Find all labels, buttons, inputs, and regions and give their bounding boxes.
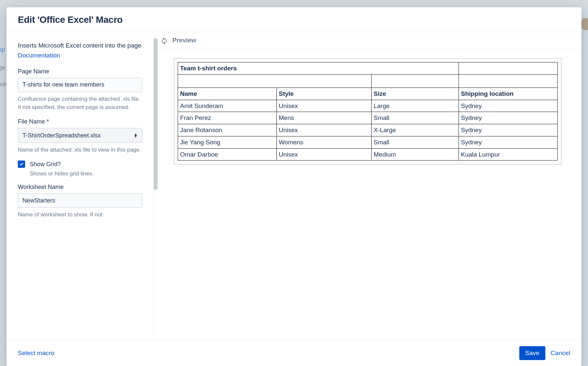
modal-footer: Select macro Save Cancel <box>7 340 581 366</box>
excel-cell: Small <box>371 136 459 148</box>
excel-blank-cell <box>371 74 459 88</box>
scrollbar-thumb[interactable] <box>154 38 158 190</box>
excel-header-cell: Style <box>276 88 371 100</box>
excel-cell: Sydney <box>459 100 558 112</box>
description-text: Inserts Microsoft Excel content into the… <box>18 42 141 49</box>
cancel-button[interactable]: Cancel <box>551 349 570 357</box>
settings-pane: Inserts Microsoft Excel content into the… <box>7 32 154 340</box>
show-grid-field: Show Grid? Shows or hides grid lines. <box>18 161 142 177</box>
save-button[interactable]: Save <box>519 346 545 360</box>
table-row: Omar DarboeUnisexMediumKuala Lumpur <box>178 148 558 161</box>
excel-cell: Kuala Lumpur <box>459 148 558 161</box>
page-name-field: Page Name Confluence page containing the… <box>18 68 142 112</box>
preview-body: Team t-shirt ordersNameStyleSizeShipping… <box>154 49 581 340</box>
page-name-help: Confluence page containing the attached … <box>18 95 142 112</box>
select-macro-link[interactable]: Select macro <box>18 349 55 357</box>
excel-header-cell: Shipping location <box>459 88 558 100</box>
excel-blank-cell <box>459 74 558 88</box>
excel-header-cell: Size <box>371 88 459 100</box>
excel-cell: Fran Perez <box>178 112 277 124</box>
refresh-icon[interactable] <box>161 37 168 44</box>
macro-edit-modal: Edit 'Office Excel' Macro Inserts Micros… <box>7 7 581 366</box>
excel-cell: Omar Darboe <box>178 148 277 161</box>
excel-cell: Jane Rotanson <box>178 124 277 136</box>
file-name-select[interactable]: T-ShirtOrderSpreadsheet.xlsx <box>18 128 142 143</box>
preview-label: Preview <box>172 37 196 44</box>
excel-cell: Unisex <box>276 124 371 136</box>
excel-cell: Jie Yang Song <box>178 136 277 148</box>
file-name-label: File Name * <box>18 118 142 125</box>
macro-description: Inserts Microsoft Excel content into the… <box>18 41 142 61</box>
documentation-link[interactable]: Documentation <box>18 52 60 59</box>
excel-cell: Sydney <box>459 112 558 124</box>
excel-cell: Unisex <box>276 100 371 112</box>
excel-cell: Large <box>371 100 459 112</box>
excel-cell: Mens <box>276 112 371 124</box>
page-name-label: Page Name <box>18 68 142 75</box>
table-row: Jane RotansonUnisexX-LargeSydney <box>178 124 558 136</box>
worksheet-input[interactable] <box>18 193 142 208</box>
table-row: Amit SunderamUnisexLargeSydney <box>178 100 558 112</box>
show-grid-checkbox[interactable] <box>18 161 25 168</box>
show-grid-label: Show Grid? <box>30 161 61 168</box>
bg-fragment: ge <box>0 64 5 71</box>
file-name-field: File Name * T-ShirtOrderSpreadsheet.xlsx… <box>18 118 142 154</box>
worksheet-help: Name of worksheet to show. If not <box>18 210 142 219</box>
excel-cell: Amit Sunderam <box>178 100 277 112</box>
bg-fragment: sp <box>0 46 5 53</box>
worksheet-field: Worksheet Name Name of worksheet to show… <box>18 184 142 219</box>
excel-table: Team t-shirt ordersNameStyleSizeShipping… <box>178 62 558 161</box>
page-name-input[interactable] <box>18 78 142 92</box>
modal-title: Edit 'Office Excel' Macro <box>18 15 570 25</box>
check-icon <box>19 162 24 166</box>
excel-title-cell: Team t-shirt orders <box>178 62 459 75</box>
modal-header: Edit 'Office Excel' Macro <box>7 7 581 32</box>
excel-blank-cell <box>459 62 558 75</box>
preview-header: Preview <box>154 32 581 49</box>
excel-cell: Medium <box>371 148 459 161</box>
excel-cell: X-Large <box>371 124 459 136</box>
excel-blank-cell <box>178 74 372 88</box>
excel-frame: Team t-shirt ordersNameStyleSizeShipping… <box>174 58 562 165</box>
show-grid-help: Shows or hides grid lines. <box>30 170 142 177</box>
preview-pane: Preview Team t-shirt ordersNameStyleSize… <box>154 32 581 340</box>
excel-cell: Womens <box>276 136 371 148</box>
bg-fragment: ice <box>0 81 6 88</box>
table-row: Jie Yang SongWomensSmallSydney <box>178 136 558 148</box>
excel-cell: Unisex <box>276 148 371 161</box>
table-row: Fran PerezMensSmallSydney <box>178 112 558 124</box>
modal-body: Inserts Microsoft Excel content into the… <box>7 32 581 340</box>
avatar <box>581 18 588 30</box>
file-name-help: Name of the attached .xls file to view i… <box>18 146 142 154</box>
worksheet-label: Worksheet Name <box>18 184 142 191</box>
excel-header-cell: Name <box>178 88 277 100</box>
excel-cell: Sydney <box>459 124 558 136</box>
excel-cell: Sydney <box>459 136 558 148</box>
excel-cell: Small <box>371 112 459 124</box>
